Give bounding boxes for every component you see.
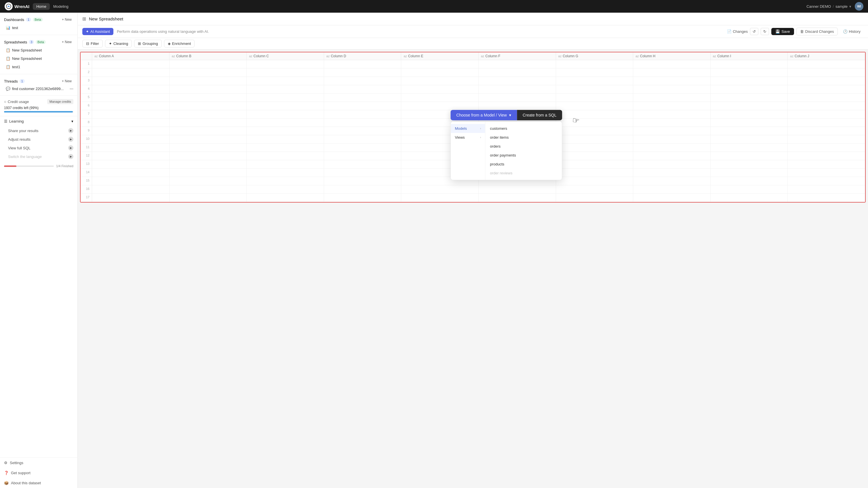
table-cell[interactable] [247, 77, 324, 85]
spreadsheets-new-button[interactable]: + New [60, 39, 73, 45]
dropdown-item-order-reviews[interactable]: order reviews [485, 169, 562, 177]
table-cell[interactable] [247, 135, 324, 143]
table-cell[interactable] [478, 194, 556, 202]
learning-item-language[interactable]: Switch the language ▶ [0, 152, 78, 161]
table-cell[interactable] [401, 85, 478, 93]
table-cell[interactable] [711, 152, 788, 160]
table-cell[interactable] [401, 185, 478, 193]
table-cell[interactable] [711, 60, 788, 68]
table-cell[interactable] [169, 177, 247, 185]
table-cell[interactable] [324, 127, 401, 135]
table-cell[interactable] [401, 194, 478, 202]
table-cell[interactable] [401, 94, 478, 102]
table-cell[interactable] [633, 135, 711, 143]
table-cell[interactable] [711, 194, 788, 202]
table-cell[interactable] [169, 135, 247, 143]
table-cell[interactable] [788, 102, 865, 110]
cleaning-button[interactable]: ✦ Cleaning [105, 40, 132, 47]
about-dataset-item[interactable]: 📦 About this dataset [0, 478, 78, 488]
table-cell[interactable] [788, 194, 865, 202]
table-cell[interactable] [711, 102, 788, 110]
sidebar-item-test1[interactable]: 📋 test1 ⋯ [0, 63, 78, 71]
table-cell[interactable] [711, 119, 788, 127]
table-cell[interactable] [633, 77, 711, 85]
models-category[interactable]: Models › [451, 124, 485, 133]
filter-button[interactable]: ⊟ Filter [82, 40, 103, 47]
table-cell[interactable] [711, 110, 788, 118]
sidebar-item-thread[interactable]: 💬 find customer 2201362e6899... ⋯ [0, 85, 78, 92]
sidebar-item-test[interactable]: 📊 test ⋯ [0, 24, 78, 32]
settings-item[interactable]: ⚙ Settings [0, 458, 78, 468]
user-avatar[interactable]: WI [855, 2, 863, 11]
table-cell[interactable] [92, 169, 169, 177]
dashboards-new-button[interactable]: + + New New [60, 17, 73, 23]
table-cell[interactable] [324, 160, 401, 168]
modeling-nav[interactable]: Modeling [53, 4, 68, 9]
table-cell[interactable] [788, 94, 865, 102]
table-cell[interactable] [711, 143, 788, 152]
table-cell[interactable] [247, 177, 324, 185]
table-cell[interactable] [247, 102, 324, 110]
table-cell[interactable] [169, 119, 247, 127]
table-cell[interactable] [478, 77, 556, 85]
table-cell[interactable] [169, 60, 247, 68]
table-cell[interactable] [633, 143, 711, 152]
table-cell[interactable] [247, 194, 324, 202]
get-support-item[interactable]: ❓ Get support [0, 468, 78, 478]
table-cell[interactable] [247, 185, 324, 193]
table-cell[interactable] [247, 169, 324, 177]
table-cell[interactable] [788, 152, 865, 160]
table-cell[interactable] [92, 160, 169, 168]
table-cell[interactable] [556, 160, 633, 168]
table-cell[interactable] [788, 110, 865, 118]
table-cell[interactable] [711, 77, 788, 85]
redo-button[interactable]: ↻ [761, 28, 769, 35]
table-cell[interactable] [92, 110, 169, 118]
threads-new-button[interactable]: + New [60, 78, 73, 84]
table-cell[interactable] [788, 60, 865, 68]
dropdown-item-order-payments[interactable]: order payments [485, 151, 562, 160]
table-cell[interactable] [324, 152, 401, 160]
table-cell[interactable] [401, 77, 478, 85]
table-cell[interactable] [92, 85, 169, 93]
manage-credits-button[interactable]: Manage credits [47, 99, 73, 104]
table-cell[interactable] [556, 169, 633, 177]
table-cell[interactable] [247, 94, 324, 102]
table-cell[interactable] [169, 110, 247, 118]
workspace-selector[interactable]: Canner DEMO / sample ▾ [806, 4, 851, 9]
table-cell[interactable] [401, 102, 478, 110]
table-cell[interactable] [247, 110, 324, 118]
table-cell[interactable] [169, 127, 247, 135]
create-sql-button[interactable]: Create from a SQL [517, 110, 562, 120]
table-cell[interactable] [324, 185, 401, 193]
table-cell[interactable] [556, 110, 633, 118]
table-cell[interactable] [711, 127, 788, 135]
dropdown-item-order-items[interactable]: order items [485, 133, 562, 142]
table-cell[interactable] [633, 194, 711, 202]
learning-header[interactable]: ☰ Learning ▾ [0, 116, 78, 126]
table-cell[interactable] [169, 94, 247, 102]
table-cell[interactable] [324, 102, 401, 110]
table-cell[interactable] [92, 194, 169, 202]
history-button[interactable]: 🕐 History [840, 28, 863, 35]
table-cell[interactable] [324, 60, 401, 68]
table-cell[interactable] [92, 152, 169, 160]
learning-item-share[interactable]: Share your results ▶ [0, 126, 78, 135]
table-cell[interactable] [478, 68, 556, 76]
table-cell[interactable] [788, 160, 865, 168]
table-cell[interactable] [169, 143, 247, 152]
table-cell[interactable] [788, 68, 865, 76]
table-cell[interactable] [478, 94, 556, 102]
table-cell[interactable] [324, 135, 401, 143]
table-cell[interactable] [247, 119, 324, 127]
table-cell[interactable] [633, 127, 711, 135]
table-cell[interactable] [711, 135, 788, 143]
table-cell[interactable] [788, 143, 865, 152]
table-cell[interactable] [324, 119, 401, 127]
table-cell[interactable] [169, 152, 247, 160]
table-cell[interactable] [247, 143, 324, 152]
table-cell[interactable] [711, 94, 788, 102]
table-cell[interactable] [92, 135, 169, 143]
table-cell[interactable] [401, 60, 478, 68]
table-cell[interactable] [633, 160, 711, 168]
